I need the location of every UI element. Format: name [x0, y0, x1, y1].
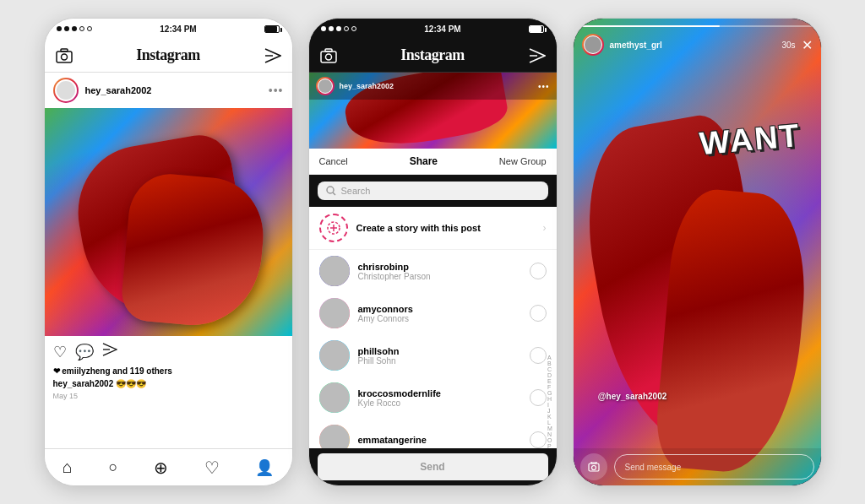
phone-story: WANT @hey_sarah2002 amethyst_grl 30s ✕	[573, 18, 822, 486]
contact-check-0[interactable]	[530, 263, 547, 279]
story-background: WANT @hey_sarah2002 amethyst_grl 30s ✕	[574, 19, 821, 485]
close-icon[interactable]: ✕	[802, 37, 813, 53]
add-post-icon[interactable]: ⊕	[154, 458, 168, 478]
post-date: May 15	[45, 390, 292, 402]
contact-check-1[interactable]	[530, 305, 547, 322]
story-mention: @hey_sarah2002	[598, 392, 666, 401]
cancel-button[interactable]: Cancel	[319, 156, 348, 166]
contact-item-3[interactable]: kroccosmodernlife Kyle Rocco	[309, 377, 557, 419]
story-camera-button[interactable]	[580, 453, 607, 480]
dot-2-2	[329, 26, 334, 31]
status-icons-2	[529, 25, 544, 33]
share-post-icon[interactable]	[102, 343, 117, 361]
status-time-1: 12:34 PM	[160, 24, 196, 34]
battery-fill-1	[265, 26, 277, 32]
svg-rect-0	[57, 51, 72, 62]
thumb-header: hey_sarah2002 •••	[309, 73, 557, 100]
thumb-more: •••	[538, 82, 550, 91]
status-bar-2: 12:34 PM	[309, 19, 557, 39]
contact-avatar-2	[319, 340, 350, 371]
contact-info-0: chrisrobinp Christopher Parson	[358, 262, 521, 281]
camera-icon-2[interactable]	[319, 46, 338, 65]
contact-check-3[interactable]	[530, 389, 547, 406]
search-icon	[326, 186, 336, 196]
svg-point-9	[327, 187, 334, 193]
dot-3	[72, 26, 77, 31]
instagram-logo-1: Instagram	[136, 46, 200, 64]
contact-check-2[interactable]	[530, 347, 547, 364]
contact-name-4: emmatangerine	[358, 435, 521, 445]
home-icon[interactable]: ⌂	[63, 458, 73, 477]
svg-point-6	[325, 54, 331, 60]
svg-point-1	[61, 54, 67, 60]
post-likes: ❤ emiilyzheng and 119 others	[45, 365, 292, 377]
contact-fullname-3: Kyle Rocco	[358, 398, 521, 408]
new-group-button[interactable]: New Group	[499, 156, 547, 166]
nav-bar-2: Instagram	[309, 39, 557, 73]
dot-4	[79, 26, 84, 31]
contact-check-4[interactable]	[530, 431, 547, 448]
contact-item-4[interactable]: emmatangerine	[309, 419, 557, 448]
contact-name-0: chrisrobinp	[358, 262, 521, 272]
caption-emoji: 😎😎😎	[116, 379, 146, 388]
dot-2	[64, 26, 69, 31]
thumb-avatar	[316, 77, 335, 95]
avatar-inner	[55, 79, 77, 101]
comment-icon[interactable]: 💬	[75, 343, 94, 361]
face-4	[319, 425, 350, 448]
create-story-item[interactable]: Create a story with this post ›	[309, 207, 557, 250]
send-button[interactable]: Send	[318, 453, 548, 480]
share-title: Share	[410, 155, 438, 167]
explore-icon[interactable]: ○	[108, 458, 117, 476]
post-username[interactable]: hey_sarah2002	[85, 85, 262, 95]
face-0	[319, 256, 350, 286]
contact-name-3: kroccosmodernlife	[358, 388, 521, 398]
contact-info-1: amyconnors Amy Connors	[358, 304, 521, 323]
face-2	[319, 340, 350, 371]
post-actions: ♡ 💬	[45, 336, 292, 365]
search-placeholder: Search	[341, 186, 371, 196]
story-username: amethyst_grl	[610, 41, 776, 50]
create-story-label: Create a story with this post	[356, 223, 535, 233]
send-icon[interactable]	[264, 46, 282, 65]
bottom-nav-1: ⌂ ○ ⊕ ♡ 👤	[45, 448, 292, 485]
message-placeholder: Send message	[625, 463, 682, 472]
instagram-logo-2: Instagram	[400, 46, 465, 64]
contact-item-2[interactable]: phillsohn Phill Sohn	[309, 334, 557, 377]
post-avatar[interactable]	[53, 78, 79, 103]
profile-icon[interactable]: 👤	[255, 458, 274, 477]
more-options-icon[interactable]: •••	[269, 84, 284, 97]
battery-fill-2	[530, 26, 541, 32]
contact-avatar-0	[319, 256, 350, 286]
contact-item-0[interactable]: chrisrobinp Christopher Parson	[309, 250, 557, 292]
dot-2-1	[321, 26, 326, 31]
contact-item-1[interactable]: amyconnors Amy Connors	[309, 292, 557, 334]
svg-line-10	[333, 192, 335, 195]
dot-5	[87, 26, 92, 31]
status-bar-1: 12:34 PM	[45, 19, 292, 39]
signal-dots	[57, 26, 92, 31]
share-list: Create a story with this post › chrisrob…	[309, 207, 557, 448]
contact-name-2: phillsohn	[358, 346, 521, 356]
dot-2-3	[336, 26, 341, 31]
share-search-bar[interactable]: Search	[318, 182, 548, 200]
face-3	[319, 382, 350, 413]
send-icon-2[interactable]	[528, 46, 547, 65]
svg-rect-16	[591, 462, 596, 463]
contact-info-4: emmatangerine	[358, 435, 521, 445]
story-message-input[interactable]: Send message	[614, 454, 814, 480]
like-icon[interactable]: ♡	[53, 343, 67, 361]
dot-2-4	[344, 26, 349, 31]
camera-icon[interactable]	[55, 46, 73, 65]
dot-1	[57, 26, 62, 31]
status-icons-1	[264, 25, 280, 33]
nav-bar-1: Instagram	[45, 39, 292, 73]
likes-nav-icon[interactable]: ♡	[204, 458, 220, 478]
story-bottom: Send message	[574, 448, 821, 485]
phone-feed: 12:34 PM Instagram hey_sarah2	[44, 18, 293, 486]
post-header: hey_sarah2002 •••	[45, 73, 292, 108]
face-1	[319, 298, 350, 328]
post-image	[45, 108, 292, 336]
post-caption: hey_sarah2002 😎😎😎	[45, 377, 292, 390]
share-post-thumbnail: hey_sarah2002 •••	[309, 73, 557, 149]
